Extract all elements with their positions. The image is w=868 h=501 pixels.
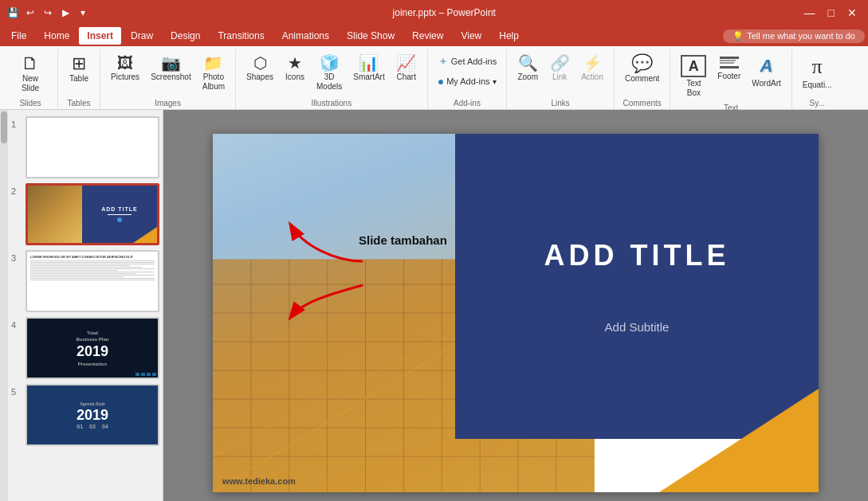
minimize-button[interactable]: —: [799, 6, 820, 19]
equation-icon: π: [812, 55, 823, 79]
3d-models-button[interactable]: 🧊 3DModels: [312, 53, 346, 94]
undo-icon[interactable]: ↩: [24, 6, 37, 19]
menu-home[interactable]: Home: [36, 27, 77, 45]
header-footer-button[interactable]: Footer: [713, 53, 744, 84]
textbox-button[interactable]: A TextBox: [677, 53, 710, 100]
watermark: www.tedieka.com: [222, 476, 296, 486]
action-button[interactable]: ⚡ Action: [577, 53, 607, 84]
tell-me-text: Tell me what you want to do: [747, 31, 855, 41]
zoom-label: Zoom: [517, 72, 538, 82]
slide-item-3[interactable]: 3 LOREM IPSUM DOLOR SIT AMET CONSECTETUR…: [11, 250, 159, 312]
shapes-button[interactable]: ⬡ Shapes: [242, 53, 277, 84]
slide-number-3: 3: [11, 253, 21, 263]
3d-models-label: 3DModels: [316, 72, 342, 92]
menu-file[interactable]: File: [3, 27, 34, 45]
comment-button[interactable]: 💬 Comment: [621, 53, 663, 86]
new-slide-button[interactable]: 🗋 NewSlide: [10, 53, 51, 96]
new-slide-label: NewSlide: [22, 74, 39, 93]
ribbon-group-tables: ⊞ Table Tables: [58, 49, 100, 109]
equation-label: Equati...: [803, 80, 832, 90]
tell-me-input[interactable]: 💡 Tell me what you want to do: [723, 29, 865, 43]
header-footer-icon: [718, 55, 740, 70]
titlebar: 💾 ↩ ↪ ▶ ▾ joiner.pptx – PowerPoint — □ ✕: [0, 0, 868, 25]
ribbon: 🗋 NewSlide Slides ⊞ Table Tables 🖼 Pictu…: [0, 46, 868, 110]
slide-thumbnail-3[interactable]: LOREM IPSUM DOLOR SIT AMET CONSECTETUR A…: [26, 250, 159, 312]
save-icon[interactable]: 💾: [6, 6, 19, 19]
ribbon-group-images-items: 🖼 Pictures 📷 Screenshot 📁 PhotoAlbum: [107, 49, 229, 99]
slide-item-2[interactable]: 2 ADD TITLE: [11, 183, 159, 245]
maximize-button[interactable]: □: [823, 6, 839, 19]
icons-label: Icons: [285, 72, 304, 82]
menu-insert[interactable]: Insert: [79, 27, 121, 45]
redo-icon[interactable]: ↪: [41, 6, 54, 19]
textbox-label: TextBox: [686, 79, 701, 98]
ribbon-group-comments-items: 💬 Comment: [621, 49, 663, 99]
scrollbar-thumb[interactable]: [1, 112, 7, 143]
pictures-button[interactable]: 🖼 Pictures: [107, 53, 143, 84]
screenshot-button[interactable]: 📷 Screenshot: [147, 53, 195, 84]
wordart-icon: A: [754, 55, 780, 77]
slide-thumbnail-1[interactable]: [26, 116, 159, 178]
menu-draw[interactable]: Draw: [123, 27, 161, 45]
get-addins-label: Get Add-ins: [451, 57, 497, 66]
slide-thumbnail-5[interactable]: Agenda Style 2019 01 03 04: [26, 384, 159, 446]
slide-item-5[interactable]: 5 Agenda Style 2019 01 03 04: [11, 384, 159, 446]
photo-album-label: PhotoAlbum: [202, 72, 225, 92]
wordart-button[interactable]: A WordArt: [748, 53, 785, 91]
lightbulb-icon: 💡: [732, 31, 744, 41]
get-addins-plus-icon: ＋: [438, 54, 449, 68]
slide-title: ADD TITLE: [544, 239, 730, 272]
menu-animations[interactable]: Animations: [274, 27, 337, 45]
equation-button[interactable]: π Equati...: [799, 53, 836, 92]
shapes-icon: ⬡: [253, 55, 267, 71]
menu-slideshow[interactable]: Slide Show: [339, 27, 403, 45]
zoom-button[interactable]: 🔍 Zoom: [513, 53, 542, 84]
comment-icon: 💬: [631, 55, 653, 72]
ribbon-group-illustrations-items: ⬡ Shapes ★ Icons 🧊 3DModels 📊 SmartArt 📈…: [242, 49, 421, 99]
ribbon-group-links: 🔍 Zoom 🔗 Link ⚡ Action Links: [507, 49, 615, 109]
more-icon[interactable]: ▾: [77, 6, 89, 19]
chart-label: Chart: [396, 72, 415, 82]
slide-number-1: 1: [11, 119, 21, 129]
titlebar-controls: — □ ✕: [799, 6, 862, 19]
slides-group-label: Slides: [10, 99, 51, 109]
chart-button[interactable]: 📈 Chart: [392, 53, 421, 84]
menu-design[interactable]: Design: [163, 27, 208, 45]
menu-help[interactable]: Help: [491, 27, 527, 45]
slide-thumbnail-4[interactable]: Total Business Plan 2019 Presentation: [26, 317, 159, 379]
slide-panel: 1 2 ADD TITLE 3 LOREM IPSUM DOLOR SIT AM…: [8, 110, 163, 501]
slide-thumbnail-2[interactable]: ADD TITLE: [26, 183, 159, 245]
close-button[interactable]: ✕: [842, 6, 862, 19]
vertical-scrollbar[interactable]: [0, 110, 8, 501]
icons-button[interactable]: ★ Icons: [281, 53, 309, 84]
pictures-icon: 🖼: [117, 55, 133, 71]
comments-group-label: Comments: [621, 99, 663, 109]
3d-models-icon: 🧊: [320, 55, 340, 71]
ribbon-group-links-items: 🔍 Zoom 🔗 Link ⚡ Action: [513, 49, 607, 99]
present-icon[interactable]: ▶: [59, 6, 72, 19]
screenshot-icon: 📷: [161, 55, 181, 71]
header-footer-label: Footer: [717, 72, 740, 81]
get-addins-button[interactable]: ＋ Get Add-ins: [434, 53, 500, 70]
slide-number-5: 5: [11, 387, 21, 397]
link-button[interactable]: 🔗 Link: [545, 53, 574, 84]
ribbon-group-illustrations: ⬡ Shapes ★ Icons 🧊 3DModels 📊 SmartArt 📈…: [236, 49, 428, 109]
canvas-area: Slide tambahan: [163, 110, 868, 501]
slide-item-1[interactable]: 1: [11, 116, 159, 178]
smartart-icon: 📊: [359, 55, 379, 71]
images-group-label: Images: [107, 99, 229, 109]
smartart-button[interactable]: 📊 SmartArt: [349, 53, 388, 84]
slide-number-4: 4: [11, 320, 21, 330]
pictures-label: Pictures: [111, 72, 139, 82]
smartart-label: SmartArt: [353, 72, 384, 82]
menu-review[interactable]: Review: [404, 27, 451, 45]
menu-transitions[interactable]: Transitions: [210, 27, 272, 45]
photo-album-button[interactable]: 📁 PhotoAlbum: [198, 53, 229, 94]
my-addins-dot-icon: ●: [438, 75, 444, 88]
titlebar-title: joiner.pptx – PowerPoint: [393, 7, 496, 18]
menu-view[interactable]: View: [453, 27, 489, 45]
my-addins-button[interactable]: ● My Add-ins ▾: [434, 73, 500, 89]
slide-item-4[interactable]: 4 Total Business Plan 2019 Presentation: [11, 317, 159, 379]
table-button[interactable]: ⊞ Table: [65, 53, 93, 86]
titlebar-left: 💾 ↩ ↪ ▶ ▾: [6, 6, 89, 19]
